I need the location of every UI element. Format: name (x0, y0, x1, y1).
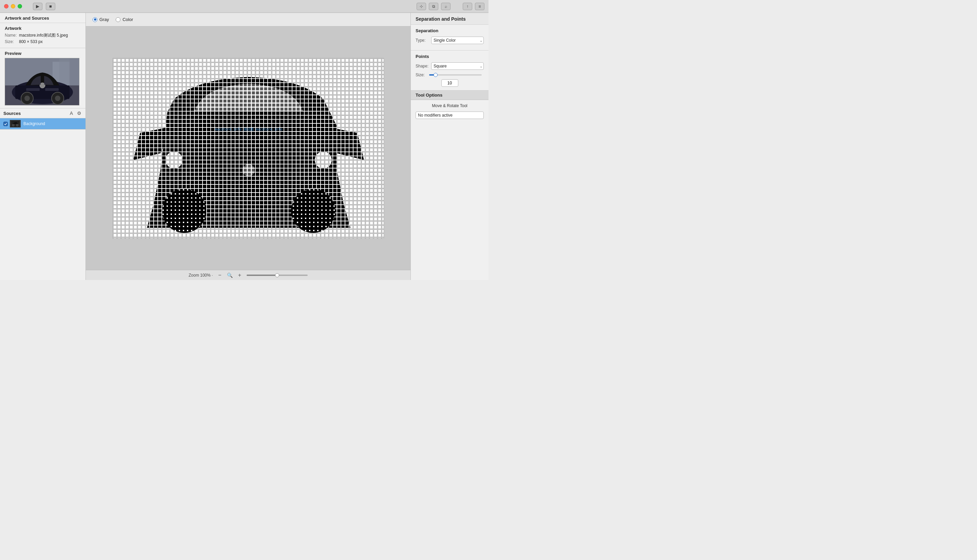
zoom-slider-fill (247, 275, 277, 276)
shape-select-wrapper: Square Circle Diamond Line ⌄ (431, 62, 484, 70)
gray-mode-option[interactable]: Gray (93, 17, 109, 22)
separation-section: Separation Type: Single Color Multi Colo… (411, 25, 489, 50)
zoom-plus-button[interactable]: + (237, 273, 242, 278)
share-icon: ↑ (466, 4, 468, 9)
titlebar-controls: ▶ ■ (33, 3, 55, 10)
svg-point-9 (55, 96, 60, 101)
svg-point-46 (291, 189, 335, 233)
artwork-section-label: Artwork (5, 26, 81, 31)
svg-rect-12 (45, 88, 59, 91)
size-input-row (416, 79, 484, 87)
play-button[interactable]: ▶ (33, 3, 42, 10)
tool-options-content: Move & Rotate Tool No modifiers active R… (411, 100, 489, 122)
source-thumbnail (10, 120, 21, 127)
color-radio-circle (116, 17, 120, 22)
minimize-button[interactable] (11, 4, 15, 8)
svg-rect-3 (59, 58, 70, 85)
panels-button[interactable]: ≡ (475, 3, 484, 10)
svg-point-49 (242, 164, 255, 176)
zoom-icon: 🔍 (227, 273, 233, 278)
svg-rect-11 (26, 88, 40, 91)
gray-radio-dot (94, 18, 96, 21)
checkmark-icon (4, 123, 7, 125)
points-section: Points Shape: Square Circle Diamond Line… (411, 50, 489, 90)
type-select[interactable]: Single Color Multi Color (431, 37, 484, 44)
separation-section-title: Separation (416, 28, 484, 33)
size-label: Size: (5, 39, 19, 44)
halftone-dots-svg: macstore.info 测试图 macstore.info (113, 58, 384, 238)
halftone-canvas[interactable]: macstore.info 测试图 macstore.info (113, 58, 384, 238)
svg-point-15 (12, 124, 15, 127)
mode-radio-group: Gray Color (93, 17, 133, 22)
zoom-slider-thumb[interactable] (275, 273, 279, 277)
right-panel: Separation and Points Separation Type: S… (411, 13, 489, 280)
tool-options-header: Tool Options (411, 90, 489, 100)
zoom-minus-button[interactable]: − (217, 273, 222, 278)
artwork-size-row: Size: 800 × 533 px (5, 39, 81, 44)
svg-point-7 (24, 96, 30, 101)
artwork-name-value: macstore.info测试图 5.jpeg (19, 33, 68, 38)
crop-icon: ⧉ (432, 4, 435, 9)
canvas-scroll[interactable]: macstore.info 测试图 macstore.info (86, 27, 411, 270)
left-panel: Artwork and Sources Artwork Name: macsto… (0, 13, 86, 280)
halftone-grid: macstore.info 测试图 macstore.info (113, 58, 384, 238)
share-button[interactable]: ↑ (463, 3, 472, 10)
shape-select[interactable]: Square Circle Diamond Line (431, 62, 484, 70)
close-button[interactable] (4, 4, 8, 8)
preview-car-svg (5, 58, 79, 105)
move-icon: ⊹ (420, 4, 423, 9)
source-item-background[interactable]: Background (0, 118, 85, 130)
svg-text:macstore.info 测试图 macstore.inf: macstore.info 测试图 macstore.info (215, 127, 282, 131)
size-slider-row: Size: (416, 73, 484, 77)
preview-image (5, 58, 79, 105)
type-select-wrapper: Single Color Multi Color ⌄ (431, 37, 484, 44)
stop-icon: ■ (49, 4, 52, 9)
bottom-bar: Zoom 100% · − 🔍 + (86, 270, 411, 280)
svg-point-16 (16, 124, 18, 127)
name-label: Name: (5, 33, 19, 38)
gray-radio-circle (93, 17, 97, 22)
shape-field-row: Shape: Square Circle Diamond Line ⌄ (416, 62, 484, 70)
sources-gear-button[interactable]: ⚙ (76, 110, 82, 116)
main-layout: Artwork and Sources Artwork Name: macsto… (0, 13, 489, 280)
size-slider[interactable] (429, 74, 482, 76)
modifier-select-wrapper: No modifiers active Rotate Scale (416, 112, 484, 119)
sources-font-button[interactable]: A (69, 110, 73, 116)
source-checkbox[interactable] (3, 122, 8, 126)
type-field-row: Type: Single Color Multi Color ⌄ (416, 37, 484, 44)
size-input-field[interactable] (441, 79, 458, 87)
titlebar: ▶ ■ ⊹ ⧉ ⌕ ↑ ≡ (0, 0, 489, 13)
zoom-slider[interactable] (247, 275, 308, 276)
sources-title: Sources (3, 111, 69, 116)
svg-point-48 (165, 152, 182, 168)
color-mode-option[interactable]: Color (116, 17, 133, 22)
artwork-sources-header: Artwork and Sources (0, 13, 85, 23)
zoom-label: Zoom 100% · (189, 273, 213, 278)
canvas-area: Gray Color (86, 13, 411, 280)
svg-rect-50 (113, 58, 133, 238)
titlebar-right-controls: ⊹ ⧉ ⌕ ↑ ≡ (417, 3, 484, 10)
color-radio-label: Color (122, 17, 133, 22)
type-label: Type: (416, 38, 431, 43)
points-section-title: Points (416, 54, 484, 59)
crop-tool-button[interactable]: ⧉ (429, 3, 438, 10)
move-tool-button[interactable]: ⊹ (417, 3, 426, 10)
artwork-size-value: 800 × 533 px (19, 39, 43, 44)
artwork-name-row: Name: macstore.info测试图 5.jpeg (5, 33, 81, 38)
size-slider-thumb[interactable] (434, 73, 438, 77)
search-tool-button[interactable]: ⌕ (441, 3, 451, 10)
modifier-select[interactable]: No modifiers active Rotate Scale (416, 112, 484, 119)
stop-button[interactable]: ■ (46, 3, 55, 10)
svg-point-45 (162, 189, 206, 233)
maximize-button[interactable] (18, 4, 22, 8)
sources-header: Sources A ⚙ (0, 108, 85, 118)
svg-rect-51 (364, 58, 384, 238)
right-panel-title: Separation and Points (411, 13, 489, 25)
source-name: Background (23, 122, 45, 126)
panels-icon: ≡ (478, 4, 481, 9)
shape-label: Shape: (416, 64, 431, 68)
traffic-lights (4, 4, 22, 8)
mode-bar: Gray Color (86, 13, 411, 27)
play-icon: ▶ (36, 4, 39, 9)
sources-controls: A ⚙ (69, 110, 82, 116)
